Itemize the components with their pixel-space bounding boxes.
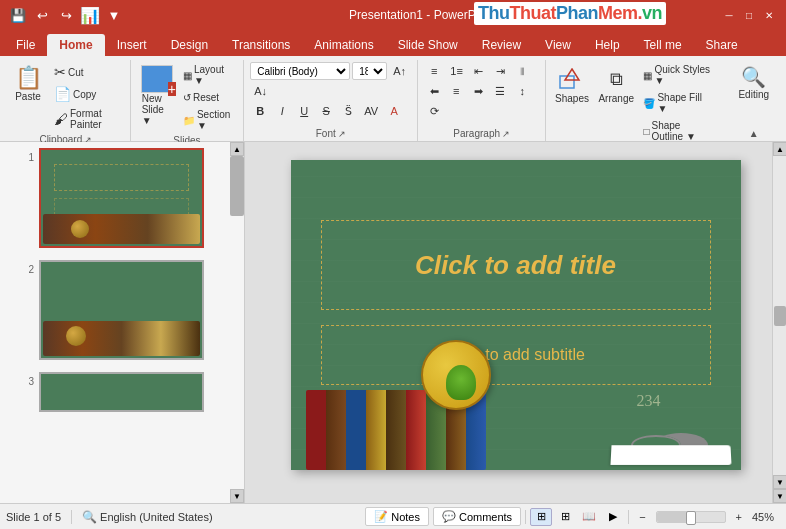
para-content: ≡ 1≡ ⇤ ⇥ ⫴ ⬅ ≡ ➡ ☰ ↕ ⟳ <box>424 60 539 128</box>
underline-button[interactable]: U <box>294 102 314 120</box>
arrange-button[interactable]: ⧉ Arrange <box>596 62 636 107</box>
justify-button[interactable]: ☰ <box>490 82 510 100</box>
paste-icon: 📋 <box>15 65 42 91</box>
panel-scroll-thumb[interactable] <box>230 156 244 216</box>
panel-scroll-down[interactable]: ▼ <box>230 489 244 503</box>
quick-styles-button[interactable]: ▦ Quick Styles ▼ <box>640 62 717 88</box>
main-scroll-thumb[interactable] <box>774 306 786 326</box>
svg-marker-1 <box>565 69 579 80</box>
align-right-button[interactable]: ➡ <box>468 82 488 100</box>
para-expand-icon[interactable]: ↗ <box>502 129 510 139</box>
decrease-font-button[interactable]: A↓ <box>250 82 271 100</box>
slide-num-2: 2 <box>20 264 34 275</box>
decrease-indent-button[interactable]: ⇤ <box>469 62 489 80</box>
tab-animations[interactable]: Animations <box>302 34 385 56</box>
main-scroll-track2 <box>773 326 786 476</box>
align-left-button[interactable]: ⬅ <box>424 82 444 100</box>
increase-indent-button[interactable]: ⇥ <box>491 62 511 80</box>
columns-button[interactable]: ⫴ <box>513 62 533 80</box>
section-icon: 📁 <box>183 115 195 126</box>
strikethrough-button[interactable]: S <box>316 102 336 120</box>
comments-label: Comments <box>459 511 512 523</box>
bullets-button[interactable]: ≡ <box>424 62 444 80</box>
slide-preview-1[interactable] <box>39 148 204 248</box>
char-spacing-button[interactable]: AV <box>360 102 382 120</box>
shapes-button[interactable]: Shapes <box>552 62 592 107</box>
tab-slideshow[interactable]: Slide Show <box>386 34 470 56</box>
tab-design[interactable]: Design <box>159 34 220 56</box>
format-painter-icon: 🖌 <box>54 111 68 127</box>
align-center-button[interactable]: ≡ <box>446 82 466 100</box>
zoom-thumb[interactable] <box>686 511 696 525</box>
zoom-out-button[interactable]: − <box>633 510 651 524</box>
copy-button[interactable]: 📄Copy <box>51 84 124 104</box>
slide-thumb-3[interactable]: 3 <box>0 366 244 412</box>
main-scroll-down[interactable]: ▼ <box>773 475 786 489</box>
shadow-button[interactable]: S̈ <box>338 102 358 120</box>
editing-expand: ▲ <box>729 128 778 141</box>
increase-font-button[interactable]: A↑ <box>389 62 410 80</box>
comments-button[interactable]: 💬 Comments <box>433 507 521 526</box>
language-status: 🔍 English (United States) <box>82 510 213 524</box>
slideshow-button[interactable]: ▶ <box>602 508 624 526</box>
line-spacing-button[interactable]: ↕ <box>512 82 532 100</box>
tab-view[interactable]: View <box>533 34 583 56</box>
notes-button[interactable]: 📝 Notes <box>365 507 429 526</box>
paste-button[interactable]: 📋 Paste <box>8 62 48 105</box>
redo-button[interactable]: ↪ <box>56 5 76 25</box>
main-scroll-up[interactable]: ▲ <box>773 142 786 156</box>
tab-insert[interactable]: Insert <box>105 34 159 56</box>
slide-preview-2[interactable] <box>39 260 204 360</box>
save-button[interactable]: 💾 <box>8 5 28 25</box>
font-expand-icon[interactable]: ↗ <box>338 129 346 139</box>
format-painter-button[interactable]: 🖌Format Painter <box>51 106 124 132</box>
shapes-icon <box>557 65 587 93</box>
normal-view-button[interactable]: ⊞ <box>530 508 552 526</box>
tab-transitions[interactable]: Transitions <box>220 34 302 56</box>
slide-title-placeholder[interactable]: Click to add title <box>321 220 711 310</box>
italic-button[interactable]: I <box>272 102 292 120</box>
maximize-button[interactable]: □ <box>740 7 758 23</box>
tab-help[interactable]: Help <box>583 34 632 56</box>
minimize-button[interactable]: ─ <box>720 7 738 23</box>
zoom-in-button[interactable]: + <box>730 510 748 524</box>
shape-outline-icon: □ <box>643 126 649 137</box>
panel-scroll-up[interactable]: ▲ <box>230 142 244 156</box>
font-label: Font ↗ <box>250 128 411 141</box>
collapse-icon[interactable]: ▲ <box>749 128 759 139</box>
text-direction-button[interactable]: ⟳ <box>424 102 444 120</box>
slide-preview-3[interactable] <box>39 372 204 412</box>
cut-button[interactable]: ✂Cut <box>51 62 124 82</box>
font-color-button[interactable]: A <box>384 102 404 120</box>
reset-button[interactable]: ↺ Reset <box>180 90 237 105</box>
shape-fill-button[interactable]: 🪣 Shape Fill ▼ <box>640 90 717 116</box>
numbering-button[interactable]: 1≡ <box>446 62 467 80</box>
font-size-select[interactable]: 18 <box>352 62 387 80</box>
tab-review[interactable]: Review <box>470 34 533 56</box>
slide-thumb-1[interactable]: 1 <box>0 142 244 254</box>
section-button[interactable]: 📁 Section ▼ <box>180 107 237 133</box>
slide-sorter-button[interactable]: ⊞ <box>554 508 576 526</box>
new-slide-icon: + <box>141 65 173 93</box>
slide-thumb-inner-1 <box>41 150 202 246</box>
close-button[interactable]: ✕ <box>760 7 778 23</box>
shape-outline-button[interactable]: □ Shape Outline ▼ <box>640 118 717 144</box>
reading-view-button[interactable]: 📖 <box>578 508 600 526</box>
tab-file[interactable]: File <box>4 34 47 56</box>
bold-button[interactable]: B <box>250 102 270 120</box>
layout-button[interactable]: ▦ Layout ▼ <box>180 62 237 88</box>
slide-panel: ▲ 1 <box>0 142 245 503</box>
tab-share[interactable]: Share <box>694 34 750 56</box>
font-family-select[interactable]: Calibri (Body) <box>250 62 350 80</box>
tab-tellme[interactable]: Tell me <box>632 34 694 56</box>
editing-button[interactable]: 🔍 Editing <box>726 62 781 103</box>
zoom-slider[interactable] <box>656 511 726 523</box>
new-slide-button[interactable]: + NewSlide ▼ <box>137 62 177 129</box>
slide-canvas[interactable]: Click to add title Click to add subtitle <box>291 160 741 470</box>
tab-home[interactable]: Home <box>47 34 104 56</box>
next-slide-button[interactable]: ▼ <box>773 489 786 503</box>
customize-qa-button[interactable]: ▼ <box>104 5 124 25</box>
undo-button[interactable]: ↩ <box>32 5 52 25</box>
slide-thumb-2[interactable]: 2 <box>0 254 244 366</box>
watermark: ThuThuatPhanMem.vn <box>474 2 666 25</box>
